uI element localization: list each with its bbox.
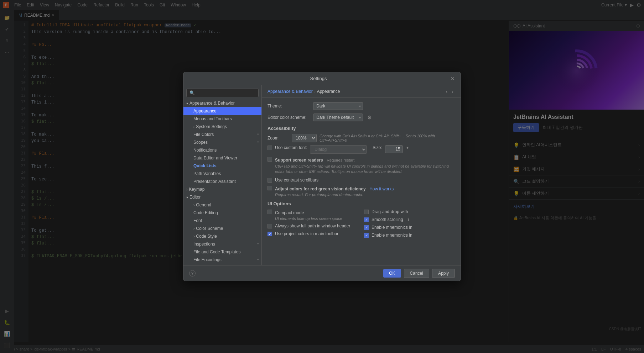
dialog-titlebar: Settings ✕: [183, 72, 461, 85]
nav-item-scopes[interactable]: Scopes ▪: [183, 138, 261, 146]
nav-item-system[interactable]: › System Settings: [183, 123, 261, 131]
settings-search-input[interactable]: [186, 89, 259, 97]
project-colors-checkbox[interactable]: [268, 232, 272, 236]
nav-forward-btn[interactable]: ›: [450, 88, 455, 95]
drag-drop-row: Drag-and-drop with: [364, 209, 455, 214]
nav-item-code-style[interactable]: › Code Style: [183, 232, 261, 240]
adjust-colors-content: Adjust colors for red-green vision defic…: [275, 185, 394, 197]
help-icon[interactable]: ?: [189, 270, 196, 276]
screen-readers-content: Support screen readers Requires restart …: [275, 157, 455, 175]
ui-options-cols: Compact mode UI elements take up less sc…: [268, 209, 455, 241]
ok-button[interactable]: OK: [383, 269, 401, 278]
project-colors-row: Use project colors in main toolbar: [268, 231, 358, 236]
nav-general-arrow: ›: [193, 203, 194, 207]
apply-button[interactable]: Apply: [432, 269, 455, 278]
compact-mode-row: Compact mode UI elements take up less sc…: [268, 209, 358, 221]
adjust-colors-desc: Requires restart. For protanopia and deu…: [275, 193, 394, 197]
zoom-label: Zoom:: [268, 136, 289, 141]
content-header: Appearance & Behavior › Appearance ‹ ›: [262, 85, 461, 98]
dialog-footer: ? OK Cancel Apply: [183, 265, 461, 281]
drag-drop-checkbox[interactable]: [364, 210, 369, 214]
breadcrumb: Appearance & Behavior › Appearance: [268, 89, 340, 94]
editor-color-gear-btn[interactable]: ⚙: [366, 114, 373, 121]
font-select-wrapper: Dialog: [310, 145, 367, 154]
adjust-colors-link[interactable]: How it works: [369, 186, 394, 191]
nav-codestyle-label: Code Style: [196, 234, 217, 239]
breadcrumb-parent[interactable]: Appearance & Behavior: [268, 89, 313, 94]
nav-item-notifications[interactable]: Notifications: [183, 146, 261, 154]
nav-codestyle-arrow: ›: [193, 235, 194, 238]
editor-color-select[interactable]: Dark Theme default Darcula: [313, 114, 363, 121]
full-path-checkbox[interactable]: [268, 224, 272, 228]
nav-item-quick-lists[interactable]: Quick Lists: [183, 162, 261, 170]
adjust-colors-checkbox[interactable]: [268, 186, 272, 190]
dialog-body: ▾ Appearance & Behavior Appearance Menus…: [183, 85, 461, 265]
theme-select-wrapper: Dark Light High Contrast: [313, 102, 363, 110]
contrast-scrollbars-checkbox[interactable]: [268, 178, 272, 183]
screen-readers-checkbox[interactable]: [268, 157, 272, 162]
nav-item-file-code-templates[interactable]: File and Code Templates: [183, 248, 261, 256]
adjust-colors-row: Adjust colors for red-green vision defic…: [268, 185, 455, 197]
editor-color-label: Editor color scheme:: [268, 115, 310, 120]
nav-item-color-scheme[interactable]: › Color Scheme: [183, 225, 261, 232]
mnemonics1-label: Enable mnemonics in: [372, 225, 412, 230]
nav-item-path-vars[interactable]: Path Variables: [183, 170, 261, 178]
nav-keymap[interactable]: › Keymap: [183, 185, 261, 193]
size-label: Size:: [373, 145, 382, 150]
nav-item-inspections[interactable]: Inspections ▪: [183, 240, 261, 248]
nav-keymap-arrow: ›: [186, 188, 187, 191]
nav-expand-icon: ▾: [186, 101, 188, 105]
settings-dialog: Settings ✕ ▾ Appearance & Behavior Appea…: [183, 72, 461, 281]
dialog-title: Settings: [188, 76, 449, 81]
smooth-scrolling-info[interactable]: ℹ: [407, 217, 409, 222]
nav-item-presentation[interactable]: Presentation Assistant: [183, 178, 261, 185]
nav-item-menus[interactable]: Menus and Toolbars: [183, 115, 261, 123]
zoom-row: Zoom: 100% 90% 110% 125% Change with Ctr…: [268, 134, 455, 142]
nav-general-label: General: [196, 202, 211, 207]
nav-item-data-editor[interactable]: Data Editor and Viewer: [183, 154, 261, 162]
settings-nav: ▾ Appearance & Behavior Appearance Menus…: [183, 85, 262, 265]
contrast-scrollbars-row: Use contrast scrollbars: [268, 178, 455, 183]
nav-item-font[interactable]: Font: [183, 217, 261, 225]
screen-readers-label: Support screen readers: [275, 158, 323, 163]
mnemonics2-checkbox[interactable]: [364, 233, 369, 238]
custom-font-label: Use custom font:: [275, 145, 307, 150]
smooth-scrolling-row: Smooth scrolling ℹ: [364, 217, 455, 222]
custom-font-checkbox[interactable]: [268, 146, 272, 150]
mnemonics1-checkbox[interactable]: [364, 225, 369, 230]
content-body: Theme: Dark Light High Contrast Editor c…: [262, 98, 461, 245]
mnemonics2-row: Enable mnemonics in: [364, 233, 455, 238]
smooth-scrolling-checkbox[interactable]: [364, 217, 369, 222]
ui-col-left: Compact mode UI elements take up less sc…: [268, 209, 358, 241]
theme-label: Theme:: [268, 104, 310, 109]
project-colors-label: Use project colors in main toolbar: [275, 231, 338, 236]
nav-appearance-behavior[interactable]: ▾ Appearance & Behavior: [183, 99, 261, 107]
full-path-row: Always show full path in window header: [268, 223, 358, 228]
nav-arrows: ‹ ›: [445, 88, 455, 95]
nav-keymap-label: Keymap: [189, 187, 204, 192]
font-size-stepper[interactable]: ▾: [406, 145, 409, 150]
nav-back-btn[interactable]: ‹: [445, 88, 449, 95]
nav-item-appearance[interactable]: Appearance: [183, 107, 261, 115]
nav-editor[interactable]: ▾ Editor: [183, 193, 261, 201]
breadcrumb-sep: ›: [314, 89, 316, 94]
nav-item-code-editing[interactable]: Code Editing: [183, 209, 261, 217]
screen-readers-note: Requires restart: [327, 158, 354, 162]
mnemonics1-row: Enable mnemonics in: [364, 225, 455, 230]
compact-mode-checkbox[interactable]: [268, 210, 272, 214]
nav-item-general[interactable]: › General: [183, 201, 261, 209]
screen-readers-desc: Ctrl+Tab and Ctrl+Shift+Tab will navigat…: [275, 164, 455, 175]
nav-item-file-colors[interactable]: File Colors ▪: [183, 131, 261, 138]
nav-color-arrow: ›: [193, 227, 194, 231]
font-family-select[interactable]: Dialog: [310, 145, 367, 154]
font-size-input[interactable]: [385, 145, 403, 153]
cancel-button[interactable]: Cancel: [404, 269, 429, 278]
theme-select[interactable]: Dark Light High Contrast: [313, 102, 363, 110]
accessibility-header: Accessibility: [268, 126, 455, 131]
nav-item-file-encodings[interactable]: File Encodings ▪: [183, 256, 261, 264]
breadcrumb-current: Appearance: [317, 89, 340, 94]
dialog-close-btn[interactable]: ✕: [449, 75, 456, 82]
contrast-scrollbars-label: Use contrast scrollbars: [275, 178, 318, 183]
zoom-select[interactable]: 100% 90% 110% 125%: [292, 134, 317, 142]
screen-readers-row: Support screen readers Requires restart …: [268, 157, 455, 175]
